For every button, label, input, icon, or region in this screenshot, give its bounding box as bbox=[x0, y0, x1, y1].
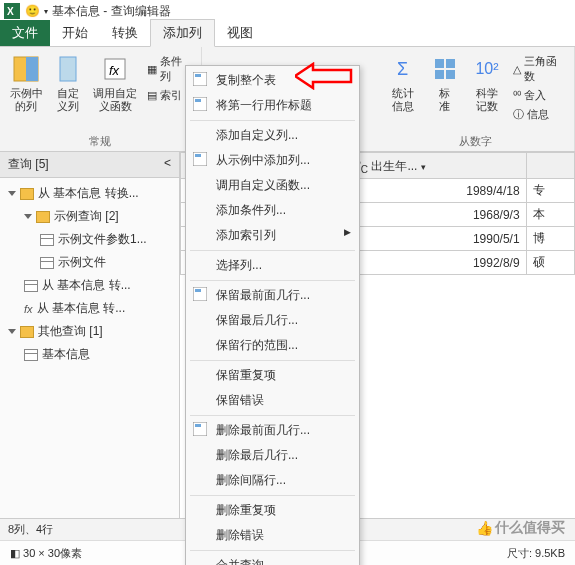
svg-rect-9 bbox=[446, 59, 455, 68]
tree-item[interactable]: 其他查询 [1] bbox=[0, 320, 179, 343]
tree-item-label: 其他查询 [1] bbox=[38, 323, 103, 340]
menu-separator bbox=[190, 495, 355, 496]
menu-item-label: 保留行的范围... bbox=[216, 338, 298, 352]
tree-toggle-icon[interactable] bbox=[8, 191, 16, 196]
tree-item[interactable]: 从 基本信息 转换... bbox=[0, 182, 179, 205]
column-header[interactable]: ▾ ABC 出生年... ▾ bbox=[332, 153, 526, 179]
tab-file[interactable]: 文件 bbox=[0, 20, 50, 46]
menu-item[interactable]: 保留行的范围... bbox=[186, 333, 359, 358]
menu-item[interactable]: 删除间隔行... bbox=[186, 468, 359, 493]
folder-icon bbox=[20, 326, 34, 338]
menu-item[interactable]: 添加自定义列... bbox=[186, 123, 359, 148]
menu-item[interactable]: 删除重复项 bbox=[186, 498, 359, 523]
tree-item[interactable]: fx从 基本信息 转... bbox=[0, 297, 179, 320]
tree-toggle-icon[interactable] bbox=[8, 329, 16, 334]
tree-item[interactable]: 基本信息 bbox=[0, 343, 179, 366]
dropdown-icon[interactable]: ▾ bbox=[44, 7, 48, 16]
tree-item-label: 基本信息 bbox=[42, 346, 90, 363]
thumb-icon: 👍 bbox=[476, 520, 493, 536]
menu-item[interactable]: 从示例中添加列... bbox=[186, 148, 359, 173]
cell[interactable]: 专 bbox=[526, 179, 574, 203]
cell[interactable]: 本 bbox=[526, 203, 574, 227]
cell[interactable]: 1968/9/3 bbox=[332, 203, 526, 227]
custom-column-button[interactable]: 自定 义列 bbox=[48, 51, 88, 115]
cell[interactable]: 1989/4/18 bbox=[332, 179, 526, 203]
invoke-function-button[interactable]: fx 调用自定 义函数 bbox=[90, 51, 141, 115]
column-header[interactable] bbox=[526, 153, 574, 179]
menu-item[interactable]: 保留重复项 bbox=[186, 363, 359, 388]
excel-icon: X bbox=[4, 3, 20, 19]
tab-convert[interactable]: 转换 bbox=[100, 20, 150, 46]
menu-item[interactable]: 添加条件列... bbox=[186, 198, 359, 223]
menu-item[interactable]: 选择列... bbox=[186, 253, 359, 278]
tree-item[interactable]: 示例文件参数1... bbox=[0, 228, 179, 251]
menu-item-label: 删除最后几行... bbox=[216, 448, 298, 462]
menu-item-label: 选择列... bbox=[216, 258, 262, 272]
group-label-general: 常规 bbox=[6, 132, 195, 149]
svg-rect-10 bbox=[435, 70, 444, 79]
scientific-button[interactable]: 10² 科学 记数 bbox=[467, 51, 507, 125]
menu-item[interactable]: 合并查询... bbox=[186, 553, 359, 565]
menu-item[interactable]: 删除错误 bbox=[186, 523, 359, 548]
menu-item[interactable]: 保留错误 bbox=[186, 388, 359, 413]
menu-item-label: 添加条件列... bbox=[216, 203, 286, 217]
menu-item-label: 复制整个表 bbox=[216, 73, 276, 87]
context-menu: 复制整个表将第一行用作标题添加自定义列...从示例中添加列...调用自定义函数.… bbox=[185, 65, 360, 565]
tree-item[interactable]: 从 基本信息 转... bbox=[0, 274, 179, 297]
svg-rect-8 bbox=[435, 59, 444, 68]
smiley-icon: 🙂 bbox=[24, 3, 40, 19]
svg-rect-17 bbox=[195, 154, 201, 157]
tab-view[interactable]: 视图 bbox=[215, 20, 265, 46]
menu-separator bbox=[190, 360, 355, 361]
menu-item-label: 保留最前面几行... bbox=[216, 288, 310, 302]
menu-item-label: 添加自定义列... bbox=[216, 128, 298, 142]
tab-start[interactable]: 开始 bbox=[50, 20, 100, 46]
info-button[interactable]: ⓘ信息 bbox=[511, 106, 566, 123]
menu-item[interactable]: 删除最前面几行... bbox=[186, 418, 359, 443]
cell[interactable]: 博 bbox=[526, 227, 574, 251]
tree-item-label: 从 基本信息 转换... bbox=[38, 185, 139, 202]
table-icon bbox=[40, 234, 54, 246]
red-arrow-callout bbox=[295, 62, 355, 93]
ribbon-group-number: Σ 统计 信息 标 准 10² 科学 记数 △三角函数 ⁰⁰舍入 ⓘ信息 从数字 bbox=[377, 47, 575, 151]
svg-text:X: X bbox=[7, 6, 14, 17]
menu-item[interactable]: 调用自定义函数... bbox=[186, 173, 359, 198]
collapse-icon[interactable]: < bbox=[164, 156, 171, 173]
tree-toggle-icon[interactable] bbox=[24, 214, 32, 219]
col-icon bbox=[192, 151, 208, 167]
menu-item[interactable]: 将第一行用作标题 bbox=[186, 93, 359, 118]
column-from-example-button[interactable]: 示例中 的列 bbox=[6, 51, 46, 115]
cell[interactable]: 硕 bbox=[526, 251, 574, 275]
svg-rect-15 bbox=[195, 99, 201, 102]
menu-item-label: 将第一行用作标题 bbox=[216, 98, 312, 112]
tree-item-label: 示例文件 bbox=[58, 254, 106, 271]
rounding-button[interactable]: ⁰⁰舍入 bbox=[511, 87, 566, 104]
folder-icon bbox=[20, 188, 34, 200]
del-icon bbox=[192, 421, 208, 437]
svg-rect-11 bbox=[446, 70, 455, 79]
svg-text:Σ: Σ bbox=[397, 59, 408, 79]
stats-button[interactable]: Σ 统计 信息 bbox=[383, 51, 423, 125]
round-icon: ⁰⁰ bbox=[513, 89, 521, 102]
tab-addcolumn[interactable]: 添加列 bbox=[150, 19, 215, 47]
trig-button[interactable]: △三角函数 bbox=[511, 53, 566, 85]
table-icon bbox=[40, 257, 54, 269]
menu-item[interactable]: 保留最前面几行... bbox=[186, 283, 359, 308]
header-icon bbox=[192, 96, 208, 112]
fx-icon: fx bbox=[24, 303, 33, 315]
sidebar-title: 查询 [5] bbox=[8, 156, 49, 173]
watermark: 👍什么值得买 bbox=[476, 519, 565, 537]
standard-button[interactable]: 标 准 bbox=[425, 51, 465, 125]
query-sidebar: 查询 [5] < 从 基本信息 转换...示例查询 [2]示例文件参数1...示… bbox=[0, 152, 180, 545]
menu-item[interactable]: 删除最后几行... bbox=[186, 443, 359, 468]
cell[interactable]: 1992/8/9 bbox=[332, 251, 526, 275]
menu-item[interactable]: 保留最后几行... bbox=[186, 308, 359, 333]
tree-item[interactable]: 示例查询 [2] bbox=[0, 205, 179, 228]
tree-item-label: 从 基本信息 转... bbox=[37, 300, 126, 317]
sidebar-header: 查询 [5] < bbox=[0, 152, 179, 178]
menu-item[interactable]: 添加索引列▶ bbox=[186, 223, 359, 248]
menu-item-label: 删除重复项 bbox=[216, 503, 276, 517]
table-icon bbox=[24, 280, 38, 292]
cell[interactable]: 1990/5/1 bbox=[332, 227, 526, 251]
tree-item[interactable]: 示例文件 bbox=[0, 251, 179, 274]
